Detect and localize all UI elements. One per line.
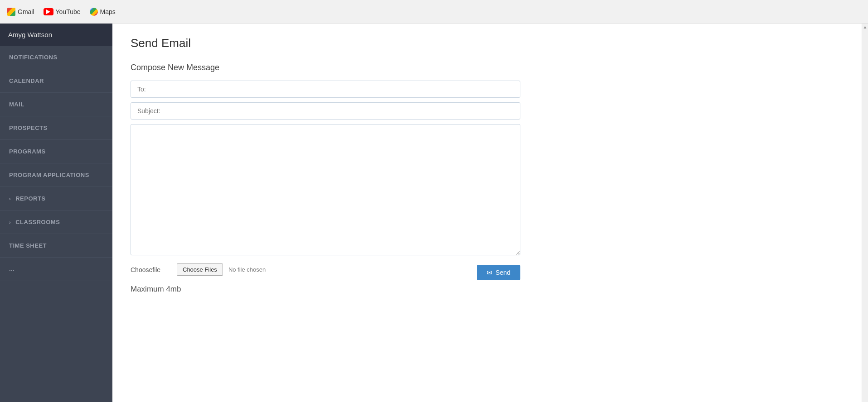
- compose-title: Compose New Message: [131, 63, 520, 72]
- sidebar-user: Amyg Wattson: [0, 24, 112, 46]
- body-field[interactable]: [131, 124, 520, 255]
- sidebar: Amyg Wattson NOTIFICATIONS CALENDAR MAIL…: [0, 24, 112, 402]
- page-title: Send Email: [131, 36, 844, 50]
- calendar-label: CALENDAR: [9, 77, 44, 84]
- classrooms-label: CLASSROOMS: [15, 219, 60, 225]
- file-send-row: Choosefile Choose Files No file chosen ✉…: [131, 263, 520, 281]
- maps-link[interactable]: Maps: [90, 8, 116, 16]
- file-row: Choosefile Choose Files No file chosen: [131, 263, 266, 276]
- sidebar-item-time-sheet[interactable]: TIME SHEET: [0, 234, 112, 258]
- sidebar-item-programs[interactable]: PROGRAMS: [0, 140, 112, 163]
- youtube-icon: [44, 8, 53, 15]
- mail-label: MAIL: [9, 101, 24, 108]
- no-file-text: No file chosen: [228, 266, 266, 273]
- choose-files-button[interactable]: Choose Files: [177, 263, 223, 276]
- maps-label: Maps: [100, 8, 116, 15]
- youtube-label: YouTube: [56, 8, 81, 15]
- youtube-link[interactable]: YouTube: [44, 8, 81, 15]
- subject-field[interactable]: [131, 102, 520, 120]
- program-applications-label: PROGRAM APPLICATIONS: [9, 172, 89, 178]
- sidebar-item-other[interactable]: ...: [0, 258, 112, 281]
- maps-icon: [90, 8, 98, 16]
- sidebar-item-program-applications[interactable]: PROGRAM APPLICATIONS: [0, 163, 112, 187]
- other-label: ...: [9, 266, 15, 273]
- classrooms-chevron-icon: ›: [9, 220, 11, 225]
- choose-file-label: Choosefile: [131, 266, 171, 273]
- send-button[interactable]: ✉ Send: [477, 265, 520, 280]
- reports-label: REPORTS: [15, 195, 45, 202]
- time-sheet-label: TIME SHEET: [9, 242, 47, 249]
- prospects-label: PROSPECTS: [9, 124, 48, 131]
- scroll-up-arrow[interactable]: ▲: [863, 24, 868, 29]
- send-icon: ✉: [487, 269, 492, 276]
- sidebar-item-classrooms[interactable]: › CLASSROOMS: [0, 211, 112, 234]
- email-form: Compose New Message Choosefile Choose Fi…: [131, 63, 520, 294]
- browser-bar: Gmail YouTube Maps: [0, 0, 868, 24]
- notifications-label: NOTIFICATIONS: [9, 54, 58, 61]
- gmail-label: Gmail: [18, 8, 34, 15]
- to-field[interactable]: [131, 81, 520, 98]
- send-label: Send: [495, 269, 510, 276]
- max-size-text: Maximum 4mb: [131, 285, 520, 294]
- sidebar-item-notifications[interactable]: NOTIFICATIONS: [0, 46, 112, 69]
- sidebar-item-calendar[interactable]: CALENDAR: [0, 69, 112, 93]
- programs-label: PROGRAMS: [9, 148, 46, 155]
- main-content: Send Email Compose New Message Choosefil…: [112, 24, 862, 402]
- sidebar-item-reports[interactable]: › REPORTS: [0, 187, 112, 211]
- right-scrollbar: ▲: [862, 24, 868, 402]
- sidebar-item-prospects[interactable]: PROSPECTS: [0, 116, 112, 140]
- sidebar-item-mail[interactable]: MAIL: [0, 93, 112, 116]
- reports-chevron-icon: ›: [9, 196, 11, 201]
- app-layout: Amyg Wattson NOTIFICATIONS CALENDAR MAIL…: [0, 24, 868, 402]
- gmail-icon: [7, 8, 15, 16]
- gmail-link[interactable]: Gmail: [7, 8, 34, 16]
